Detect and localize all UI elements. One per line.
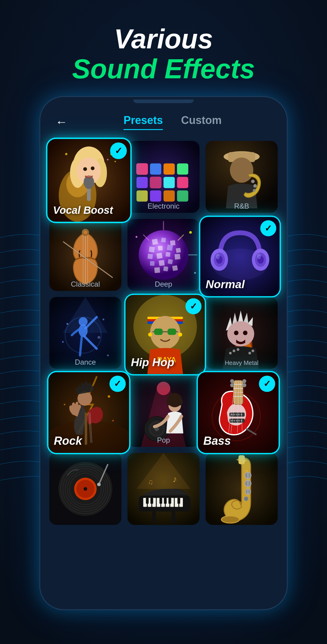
- card-image-sax2: [206, 453, 278, 525]
- svg-rect-53: [167, 245, 173, 251]
- svg-rect-50: [170, 240, 176, 246]
- card-electronic[interactable]: Electronic: [127, 141, 200, 213]
- svg-rect-193: [172, 511, 175, 522]
- svg-point-112: [234, 331, 239, 335]
- card-dance[interactable]: Dance: [49, 297, 121, 369]
- svg-rect-188: [160, 498, 162, 504]
- svg-point-110: [248, 352, 251, 354]
- svg-point-111: [252, 350, 254, 352]
- card-pop[interactable]: Pop: [127, 375, 200, 447]
- svg-rect-18: [150, 163, 161, 174]
- svg-rect-63: [163, 266, 168, 272]
- svg-rect-189: [164, 498, 167, 504]
- checkmark-vocal-boost: ✓: [110, 142, 127, 159]
- svg-point-11: [91, 166, 94, 170]
- svg-rect-22: [150, 177, 161, 188]
- svg-point-121: [64, 404, 65, 405]
- svg-point-107: [229, 352, 232, 354]
- card-bass-wrapper: ✓ Bass: [198, 372, 279, 453]
- svg-point-138: [231, 414, 233, 415]
- svg-rect-49: [161, 238, 166, 242]
- svg-rect-203: [239, 455, 245, 464]
- sound-effects-grid: ✓ Vocal Boost: [40, 135, 287, 531]
- svg-point-43: [84, 231, 87, 234]
- phone-mockup: ← Presets Custom: [39, 96, 288, 610]
- svg-point-71: [194, 272, 196, 274]
- svg-rect-19: [164, 163, 175, 174]
- card-heavymetal[interactable]: Heavy Metal: [206, 297, 278, 369]
- tab-custom[interactable]: Custom: [181, 114, 222, 130]
- svg-point-133: [167, 398, 174, 405]
- svg-text:♫: ♫: [148, 478, 153, 486]
- svg-point-175: [97, 483, 101, 486]
- svg-point-84: [79, 317, 88, 326]
- card-piano[interactable]: ♪ ♫: [127, 453, 200, 525]
- back-button[interactable]: ←: [52, 112, 71, 132]
- card-vinyl-wrapper: [49, 453, 121, 525]
- svg-point-10: [83, 167, 87, 171]
- svg-point-145: [236, 420, 237, 421]
- card-title-bass: Bass: [203, 434, 231, 447]
- svg-point-88: [97, 336, 100, 339]
- svg-point-140: [236, 414, 237, 415]
- card-deep[interactable]: Deep: [127, 219, 200, 291]
- svg-rect-28: [177, 190, 188, 202]
- card-vinyl[interactable]: [49, 453, 121, 525]
- card-rock[interactable]: ✓ Rock: [48, 372, 129, 453]
- title-line1: Various: [0, 24, 327, 54]
- svg-point-109: [237, 348, 239, 351]
- svg-rect-59: [150, 261, 155, 266]
- svg-rect-187: [150, 498, 153, 504]
- title-line2: Sound Effects: [0, 54, 327, 84]
- card-title-normal: Normal: [206, 278, 245, 291]
- card-sax2[interactable]: [206, 453, 278, 525]
- svg-rect-62: [154, 267, 160, 273]
- svg-point-154: [230, 379, 234, 383]
- checkmark-normal: ✓: [260, 220, 276, 236]
- svg-rect-56: [156, 253, 163, 259]
- svg-rect-23: [164, 177, 175, 188]
- svg-rect-60: [159, 260, 165, 266]
- svg-rect-192: [152, 511, 156, 522]
- nav-tabs: Presets Custom: [71, 114, 275, 130]
- svg-rect-117: [85, 413, 87, 445]
- svg-point-86: [67, 323, 68, 325]
- card-classical-wrapper: Classical: [49, 219, 121, 291]
- card-classical[interactable]: Classical: [49, 219, 121, 291]
- svg-point-134: [176, 398, 183, 405]
- card-rnb[interactable]: R&B: [206, 141, 278, 213]
- card-label-classical: Classical: [49, 280, 121, 288]
- svg-point-15: [65, 153, 67, 155]
- card-title-vocal-boost: Vocal Boost: [53, 204, 113, 216]
- card-deep-wrapper: Deep: [127, 219, 200, 291]
- card-normal[interactable]: ✓ Normal: [200, 217, 280, 296]
- svg-rect-57: [166, 252, 171, 257]
- svg-point-146: [238, 420, 240, 421]
- svg-rect-25: [137, 190, 148, 202]
- nav-bar: ← Presets Custom: [40, 103, 287, 135]
- svg-rect-54: [176, 248, 181, 253]
- card-normal-wrapper: ✓ Normal: [200, 217, 280, 296]
- svg-point-70: [136, 236, 137, 238]
- svg-point-90: [107, 354, 109, 356]
- svg-rect-58: [174, 254, 180, 259]
- card-image-piano: ♪ ♫: [127, 453, 200, 525]
- card-heavymetal-wrapper: Heavy Metal: [206, 297, 278, 369]
- svg-point-113: [243, 331, 247, 335]
- svg-point-89: [62, 341, 64, 343]
- card-image-vinyl: [49, 453, 121, 525]
- card-electronic-wrapper: Electronic: [127, 141, 200, 213]
- svg-point-87: [103, 318, 104, 320]
- card-label-electronic: Electronic: [127, 202, 200, 210]
- svg-point-37: [253, 189, 256, 192]
- svg-rect-61: [168, 259, 173, 264]
- svg-point-34: [230, 158, 253, 183]
- svg-rect-97: [154, 329, 163, 335]
- svg-point-81: [257, 254, 261, 259]
- svg-rect-20: [177, 163, 188, 174]
- card-vocal-boost[interactable]: ✓ Vocal Boost: [48, 139, 130, 222]
- card-dance-wrapper: Dance: [49, 297, 121, 369]
- tab-presets[interactable]: Presets: [124, 114, 163, 130]
- card-hiphop[interactable]: RAYA ✓ Hip Hop: [126, 295, 205, 374]
- card-bass[interactable]: ✓ Bass: [198, 372, 279, 453]
